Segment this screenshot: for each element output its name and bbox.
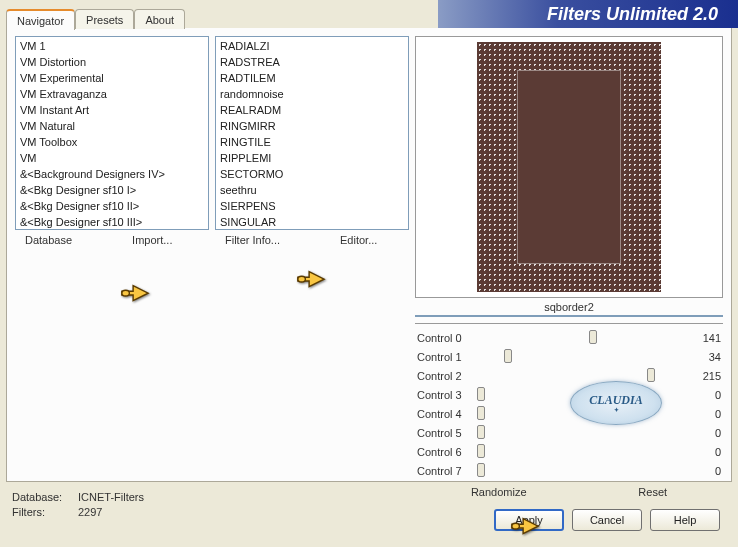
status-filters-value: 2297 [78, 505, 102, 520]
status-filters-label: Filters: [12, 505, 72, 520]
import-button[interactable]: Import... [132, 234, 172, 246]
control-slider[interactable] [481, 336, 683, 340]
control-value: 0 [689, 465, 723, 477]
control-label: Control 0 [415, 332, 475, 344]
category-item[interactable]: &<Bkg Designer sf10 II> [16, 198, 208, 214]
filter-item[interactable]: RADIALZI [216, 38, 408, 54]
preview-image [477, 42, 661, 292]
control-row: Control 70 [415, 461, 723, 480]
filter-info-button[interactable]: Filter Info... [225, 234, 280, 246]
randomize-button[interactable]: Randomize [465, 484, 533, 500]
category-item[interactable]: VM Instant Art [16, 102, 208, 118]
control-value: 0 [689, 427, 723, 439]
control-value: 141 [689, 332, 723, 344]
control-label: Control 3 [415, 389, 475, 401]
tab-about[interactable]: About [134, 9, 185, 29]
filter-item[interactable]: RINGTILE [216, 134, 408, 150]
right-button-row: Randomize Reset [415, 480, 723, 500]
category-item[interactable]: VM Distortion [16, 54, 208, 70]
header: NavigatorPresetsAbout Filters Unlimited … [0, 0, 738, 28]
category-item[interactable]: VM Natural [16, 118, 208, 134]
control-row: Control 134 [415, 347, 723, 366]
category-item[interactable]: &<Bkg Designer sf10 I> [16, 182, 208, 198]
filter-item[interactable]: RADTILEM [216, 70, 408, 86]
preview-label: sqborder2 [415, 301, 723, 313]
control-label: Control 1 [415, 351, 475, 363]
category-item[interactable]: VM Toolbox [16, 134, 208, 150]
controls-panel: Control 0141Control 134Control 2215Contr… [415, 323, 723, 480]
tab-presets[interactable]: Presets [75, 9, 134, 29]
control-row: Control 30 [415, 385, 723, 404]
category-item[interactable]: &<Bkg Designer sf10 III> [16, 214, 208, 230]
control-slider[interactable] [481, 374, 683, 378]
control-value: 0 [689, 446, 723, 458]
control-row: Control 50 [415, 423, 723, 442]
reset-button[interactable]: Reset [632, 484, 673, 500]
control-slider[interactable] [481, 393, 683, 397]
filter-footer: Filter Info... Editor... [215, 230, 409, 246]
dialog-buttons: Apply Cancel Help [494, 509, 720, 531]
category-footer: Database Import... [15, 230, 209, 246]
cancel-button[interactable]: Cancel [572, 509, 642, 531]
control-slider[interactable] [481, 469, 683, 473]
right-panel: sqborder2 Control 0141Control 134Control… [415, 36, 723, 473]
filter-item[interactable]: RINGMIRR [216, 118, 408, 134]
apply-button[interactable]: Apply [494, 509, 564, 531]
control-label: Control 6 [415, 446, 475, 458]
filter-item[interactable]: RIPPLEMI [216, 150, 408, 166]
control-slider[interactable] [481, 412, 683, 416]
editor-button[interactable]: Editor... [340, 234, 377, 246]
control-value: 215 [689, 370, 723, 382]
control-row: Control 0141 [415, 328, 723, 347]
main-panel: VM 1VM DistortionVM ExperimentalVM Extra… [6, 28, 732, 482]
filter-list[interactable]: RADIALZIRADSTREARADTILEMrandomnoiseREALR… [215, 36, 409, 230]
status-db-value: ICNET-Filters [78, 490, 144, 505]
control-value: 0 [689, 408, 723, 420]
progress-bar [415, 315, 723, 317]
control-value: 0 [689, 389, 723, 401]
control-row: Control 60 [415, 442, 723, 461]
category-list[interactable]: VM 1VM DistortionVM ExperimentalVM Extra… [15, 36, 209, 230]
category-item[interactable]: VM Experimental [16, 70, 208, 86]
category-item[interactable]: VM [16, 150, 208, 166]
control-label: Control 2 [415, 370, 475, 382]
control-label: Control 5 [415, 427, 475, 439]
control-value: 34 [689, 351, 723, 363]
filter-item[interactable]: SINGULAR [216, 214, 408, 230]
control-label: Control 4 [415, 408, 475, 420]
control-slider[interactable] [481, 431, 683, 435]
database-button[interactable]: Database [25, 234, 72, 246]
control-slider[interactable] [481, 450, 683, 454]
control-row: Control 2215 [415, 366, 723, 385]
tab-navigator[interactable]: Navigator [6, 9, 75, 30]
filter-item[interactable]: randomnoise [216, 86, 408, 102]
category-item[interactable]: &<Background Designers IV> [16, 166, 208, 182]
filter-item[interactable]: seethru [216, 182, 408, 198]
app-title: Filters Unlimited 2.0 [438, 0, 738, 28]
filter-item[interactable]: SECTORMO [216, 166, 408, 182]
control-row: Control 40 [415, 404, 723, 423]
control-label: Control 7 [415, 465, 475, 477]
category-item[interactable]: VM 1 [16, 38, 208, 54]
tab-strip: NavigatorPresetsAbout [0, 0, 185, 28]
status-db-label: Database: [12, 490, 72, 505]
filter-item[interactable]: REALRADM [216, 102, 408, 118]
filter-item[interactable]: RADSTREA [216, 54, 408, 70]
preview-box [415, 36, 723, 298]
help-button[interactable]: Help [650, 509, 720, 531]
filter-item[interactable]: SIERPENS [216, 198, 408, 214]
control-slider[interactable] [481, 355, 683, 359]
category-item[interactable]: VM Extravaganza [16, 86, 208, 102]
